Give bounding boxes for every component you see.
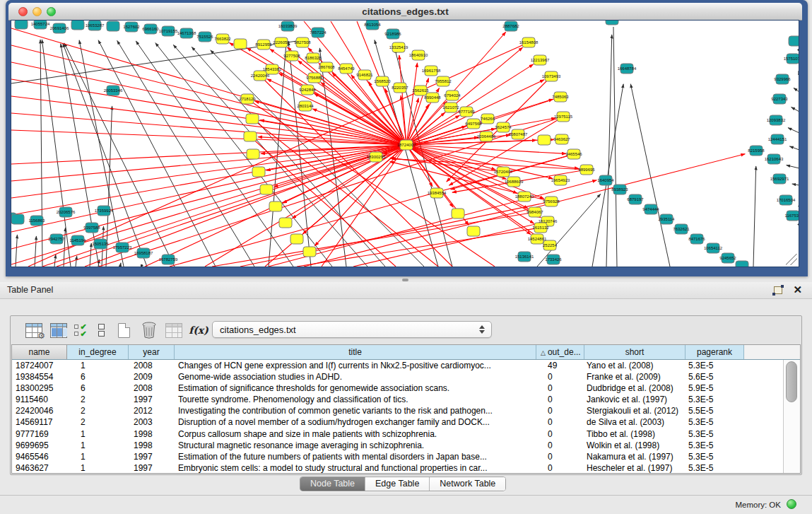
graph-node[interactable]: 6794024 — [444, 90, 461, 100]
graph-node[interactable]: 9756928 — [543, 197, 560, 206]
graph-node[interactable]: 2718120 — [239, 94, 256, 104]
graph-node-shape[interactable] — [269, 201, 282, 211]
graph-node[interactable]: 10688609 — [505, 177, 524, 187]
graph-node[interactable]: 15692971 — [770, 174, 789, 184]
graph-node[interactable]: 20691406 — [50, 23, 69, 33]
graph-node[interactable]: 7857224 — [310, 28, 326, 37]
graph-node[interactable]: 8912955 — [255, 40, 272, 49]
graph-node[interactable]: 9827508 — [294, 37, 311, 47]
graph-node-shape[interactable] — [71, 21, 84, 30]
graph-node[interactable]: 7955812 — [435, 76, 452, 86]
graph-node[interactable]: 9329966 — [774, 74, 791, 84]
graph-node[interactable]: 2935114 — [659, 214, 676, 224]
graph-node[interactable]: 8813054 — [364, 21, 381, 30]
graph-node[interactable]: 12444151 — [768, 134, 787, 144]
graph-node[interactable]: 6966160 — [142, 24, 159, 34]
network-window-titlebar[interactable]: citations_edges.txt — [8, 3, 802, 21]
graph-node[interactable]: 10719155 — [159, 26, 178, 36]
graph-node-shape[interactable] — [107, 21, 119, 31]
graph-node[interactable]: 10807487 — [509, 129, 528, 139]
graph-node[interactable]: 9397588 — [83, 223, 100, 233]
graph-node[interactable] — [606, 21, 618, 25]
table-row[interactable]: 1872400712008Changes of HCN gene express… — [12, 360, 800, 371]
graph-node[interactable]: 1733426 — [545, 255, 562, 264]
graph-node[interactable]: 2887682 — [502, 21, 519, 31]
graph-node[interactable] — [11, 214, 24, 224]
graph-node[interactable]: 17957223 — [113, 243, 132, 252]
graph-node[interactable]: 746266 — [481, 114, 495, 124]
graph-node[interactable]: 1156863 — [29, 216, 46, 226]
graph-node[interactable]: 20364486 — [477, 132, 496, 141]
graph-node[interactable]: 8471676 — [688, 234, 705, 244]
graph-node-shape[interactable] — [15, 21, 28, 29]
graph-node[interactable]: 8220357 — [392, 83, 408, 93]
graph-node[interactable]: 13325419 — [389, 42, 408, 52]
resize-grip-icon[interactable] — [786, 254, 797, 265]
graph-node[interactable]: 9777169 — [458, 107, 475, 117]
graph-node[interactable]: 15720407 — [494, 167, 513, 177]
graph-node[interactable]: 9242844 — [299, 85, 316, 95]
graph-node[interactable]: 9245652 — [719, 253, 736, 263]
graph-node[interactable] — [107, 21, 119, 31]
graph-node[interactable]: 9218986 — [384, 29, 401, 39]
graph-node[interactable] — [247, 149, 259, 159]
checklist-icon[interactable]: ✔ ✔ — [72, 320, 89, 340]
graph-node[interactable]: 3624574 — [495, 122, 512, 132]
column-header-year[interactable]: year — [129, 345, 175, 359]
graph-node[interactable]: 17359924 — [95, 206, 114, 216]
graph-node[interactable]: 20053346 — [104, 86, 123, 95]
graph-node[interactable] — [290, 234, 303, 244]
graph-node[interactable]: 12093832 — [767, 115, 786, 125]
graph-node-shape[interactable] — [234, 39, 247, 49]
graph-node[interactable]: 19654923 — [551, 175, 570, 185]
graph-node[interactable] — [246, 114, 259, 124]
graph-node[interactable]: 1640954 — [597, 175, 614, 185]
graph-node[interactable]: 8454749 — [338, 64, 355, 74]
graph-node[interactable]: 15136141 — [515, 252, 534, 262]
graph-node[interactable]: 15751074 — [784, 54, 799, 64]
table-row[interactable]: 2242004622012Investigating the contribut… — [12, 405, 800, 416]
tab-node-table[interactable]: Node Table — [300, 477, 365, 491]
graph-node[interactable]: 14055724 — [31, 21, 50, 29]
graph-node[interactable]: 16961758 — [422, 66, 441, 76]
graph-node[interactable]: 19384554 — [428, 188, 447, 198]
panel-divider-handle[interactable] — [402, 279, 408, 281]
float-panel-icon[interactable] — [774, 286, 782, 294]
table-row[interactable]: 911546021997Tourette syndrome. Phenomeno… — [12, 394, 800, 405]
graph-node[interactable]: 1145194 — [70, 235, 87, 245]
graph-node[interactable]: 20206576 — [57, 207, 76, 217]
column-header-out_degree[interactable]: △out_de... — [536, 345, 584, 359]
graph-node[interactable] — [260, 185, 273, 194]
graph-node[interactable]: 7632621 — [673, 224, 690, 234]
network-canvas[interactable]: 7663822891295522260589277508185433829827… — [11, 21, 799, 267]
graph-node[interactable]: 9465546 — [565, 149, 582, 159]
table-row[interactable]: 1456911722003Disruption of a novel membe… — [12, 416, 800, 428]
graph-node[interactable]: 18807243 — [515, 192, 534, 201]
graph-node[interactable] — [269, 201, 282, 211]
graph-node[interactable] — [736, 261, 748, 267]
graph-node[interactable] — [15, 21, 28, 29]
select-columns-icon[interactable] — [49, 320, 69, 340]
graph-node[interactable] — [244, 132, 257, 141]
graph-node[interactable]: 16648784 — [618, 64, 637, 74]
graph-node[interactable]: 10654112 — [704, 243, 723, 253]
graph-node[interactable]: 1527602 — [123, 22, 140, 32]
graph-node-shape[interactable] — [260, 185, 273, 194]
graph-node[interactable] — [467, 226, 480, 236]
new-file-icon[interactable] — [114, 320, 133, 340]
graph-node[interactable]: 1568520 — [374, 76, 391, 86]
graph-node-shape[interactable] — [246, 114, 259, 124]
graph-node[interactable]: 7485063 — [552, 92, 569, 102]
graph-node[interactable]: 16782759 — [159, 255, 178, 264]
graph-node[interactable]: 18640910 — [409, 50, 428, 60]
graph-node[interactable]: 9899695 — [578, 165, 595, 175]
graph-node[interactable] — [234, 39, 247, 49]
graph-node-shape[interactable] — [247, 149, 259, 159]
column-header-pagerank[interactable]: pagerank — [686, 345, 744, 359]
graph-node[interactable]: 9227343 — [771, 94, 788, 104]
table-settings-icon[interactable]: ⚙ — [23, 320, 45, 340]
graph-node-shape[interactable] — [452, 209, 464, 218]
graph-node[interactable]: 6497568 — [465, 119, 482, 129]
column-header-title[interactable]: title — [175, 345, 536, 359]
graph-node[interactable]: 9756885 — [306, 73, 323, 83]
